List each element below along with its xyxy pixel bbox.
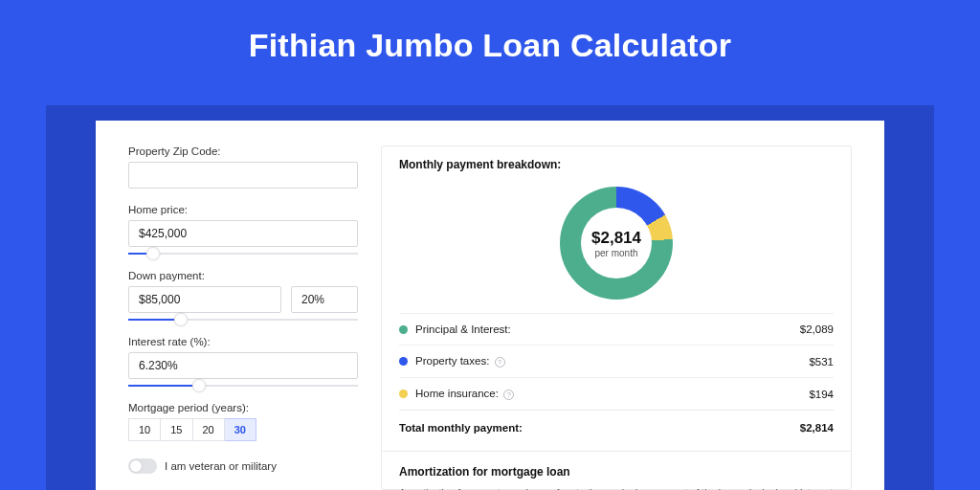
legend-principal: Principal & Interest: $2,089 bbox=[399, 313, 834, 345]
down-amount-input[interactable] bbox=[128, 286, 281, 313]
total-label: Total monthly payment: bbox=[399, 422, 800, 434]
period-option-10[interactable]: 10 bbox=[128, 418, 161, 441]
rate-label: Interest rate (%): bbox=[128, 336, 358, 347]
price-slider-handle[interactable] bbox=[146, 247, 160, 260]
price-input[interactable] bbox=[128, 220, 358, 247]
period-label: Mortgage period (years): bbox=[128, 402, 358, 413]
zip-input[interactable] bbox=[128, 162, 358, 189]
zip-label: Property Zip Code: bbox=[128, 145, 358, 157]
donut-sub: per month bbox=[594, 248, 637, 258]
rate-slider-handle[interactable] bbox=[192, 379, 206, 392]
period-options: 10 15 20 30 bbox=[128, 418, 358, 441]
total-row: Total monthly payment: $2,814 bbox=[399, 410, 834, 445]
legend-value: $2,089 bbox=[800, 323, 834, 335]
rate-slider[interactable] bbox=[128, 385, 358, 387]
amortization-section: Amortization for mortgage loan Amortizat… bbox=[382, 451, 851, 490]
page-title: Fithian Jumbo Loan Calculator bbox=[0, 0, 980, 74]
inputs-panel: Property Zip Code: Home price: Down paym… bbox=[128, 145, 358, 490]
total-value: $2,814 bbox=[800, 422, 834, 434]
donut-amount: $2,814 bbox=[591, 229, 641, 248]
rate-input[interactable] bbox=[128, 352, 358, 379]
field-down-payment: Down payment: bbox=[128, 270, 358, 321]
period-option-15[interactable]: 15 bbox=[161, 418, 192, 441]
legend-taxes: Property taxes: ? $531 bbox=[399, 345, 834, 377]
donut-wrap: $2,814 per month bbox=[399, 181, 834, 313]
down-slider-handle[interactable] bbox=[174, 313, 188, 326]
info-icon[interactable]: ? bbox=[503, 390, 514, 400]
veteran-row: I am veteran or military bbox=[128, 458, 358, 474]
veteran-label: I am veteran or military bbox=[165, 460, 277, 472]
legend-label: Home insurance: ? bbox=[415, 388, 801, 400]
info-icon[interactable]: ? bbox=[495, 357, 505, 368]
field-interest-rate: Interest rate (%): bbox=[128, 336, 358, 387]
calculator-card: Property Zip Code: Home price: Down paym… bbox=[96, 121, 884, 490]
field-home-price: Home price: bbox=[128, 204, 358, 255]
price-label: Home price: bbox=[128, 204, 358, 215]
price-slider[interactable] bbox=[128, 253, 358, 255]
field-zip: Property Zip Code: bbox=[128, 145, 358, 189]
legend-value: $194 bbox=[809, 389, 834, 400]
amortization-text: Amortization for a mortgage loan refers … bbox=[399, 486, 834, 490]
payment-donut-chart: $2,814 per month bbox=[560, 187, 673, 300]
breakdown-title: Monthly payment breakdown: bbox=[399, 158, 834, 171]
legend-label: Property taxes: ? bbox=[415, 355, 801, 368]
down-label: Down payment: bbox=[128, 270, 358, 281]
veteran-toggle[interactable] bbox=[128, 458, 157, 474]
dot-icon bbox=[399, 357, 408, 366]
legend-insurance: Home insurance: ? $194 bbox=[399, 377, 834, 410]
breakdown-panel: Monthly payment breakdown: $2,814 per mo… bbox=[381, 145, 852, 490]
down-slider[interactable] bbox=[128, 319, 358, 321]
dot-icon bbox=[399, 325, 408, 334]
field-mortgage-period: Mortgage period (years): 10 15 20 30 bbox=[128, 402, 358, 441]
period-option-30[interactable]: 30 bbox=[225, 418, 256, 441]
legend-label: Principal & Interest: bbox=[415, 323, 792, 335]
period-option-20[interactable]: 20 bbox=[193, 418, 225, 441]
amortization-title: Amortization for mortgage loan bbox=[399, 465, 834, 479]
dot-icon bbox=[399, 390, 408, 398]
legend-value: $531 bbox=[809, 356, 834, 368]
down-percent-input[interactable] bbox=[291, 286, 358, 313]
